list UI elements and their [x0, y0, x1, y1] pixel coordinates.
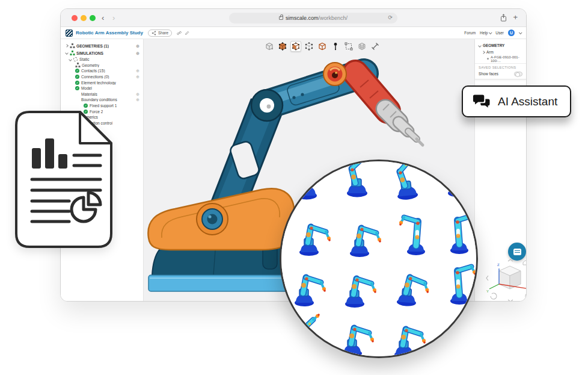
tree-item-model[interactable]: ✓ Model	[61, 85, 143, 91]
right-sidebar: GEOMETRY Arm A-FGE-0910-001-100-... SAVE…	[474, 39, 526, 301]
check-icon: ✓	[75, 86, 79, 90]
geometry-panel: GEOMETRY Arm A-FGE-0910-001-100-... SAVE…	[475, 39, 526, 79]
forum-link[interactable]: Forum	[464, 31, 476, 35]
chat-widget-icon	[513, 249, 521, 255]
minimize-window-button[interactable]	[81, 15, 87, 21]
tree-label: Element technology	[81, 81, 116, 85]
tree-label: Connections (0)	[81, 75, 109, 79]
tree-label: Geometry	[82, 63, 99, 67]
y-axis-label: Y	[486, 290, 489, 293]
user-chevron-icon[interactable]	[519, 31, 522, 34]
maximize-window-button[interactable]	[90, 15, 96, 21]
reload-icon[interactable]: ⟳	[388, 14, 393, 20]
arm-tree-item[interactable]: Arm	[475, 49, 526, 55]
geometry-header-label: GEOMETRY	[483, 43, 504, 48]
support-chat-button[interactable]	[508, 243, 526, 261]
add-icon[interactable]: ⊕	[136, 75, 139, 79]
add-icon[interactable]: ⊕	[136, 44, 139, 48]
chevron-right-icon[interactable]	[65, 44, 69, 48]
tree-label: SIMULATIONS	[76, 51, 103, 55]
tree-item-static[interactable]: Static	[61, 57, 143, 63]
z-axis-label: Z	[497, 263, 500, 267]
tree-label: Contacts (15)	[81, 69, 105, 73]
user-avatar[interactable]: U	[508, 29, 515, 36]
simulation-icon	[70, 51, 75, 55]
rotate-left-chevron	[486, 276, 488, 280]
project-title[interactable]: Robotic Arm Assembly Study	[76, 30, 143, 36]
app-header: Robotic Arm Assembly Study Share Forum H…	[61, 27, 526, 39]
tree-item-geometry[interactable]: Geometry	[61, 63, 143, 69]
report-document-illustration	[9, 107, 123, 254]
forward-icon[interactable]: ›	[112, 13, 115, 23]
tree-label: Boundary conditions	[81, 98, 117, 102]
view-cube-widget[interactable]: Z Y X	[486, 259, 526, 301]
back-icon[interactable]: ‹	[102, 13, 104, 23]
folded-corner	[80, 112, 111, 143]
simulation-results-magnifier	[280, 160, 478, 358]
arm-label: Arm	[486, 50, 494, 54]
part-tree-item[interactable]: A-FGE-0910-001-100-...	[475, 55, 526, 62]
check-icon: ✓	[75, 69, 79, 73]
chevron-down-icon[interactable]	[65, 51, 69, 55]
tree-item-simulations[interactable]: SIMULATIONS ⊕	[61, 49, 143, 57]
url-domain: simscale.com	[286, 15, 319, 21]
share-button[interactable]: Share	[148, 29, 172, 37]
url-bar[interactable]: simscale.com/workbench/ ⟳	[229, 13, 397, 23]
geometry-panel-header[interactable]: GEOMETRY	[475, 42, 526, 49]
rotate-down-chevron	[508, 300, 513, 301]
close-window-button[interactable]	[72, 15, 78, 21]
share-label: Share	[158, 31, 168, 35]
static-analysis-icon	[73, 57, 78, 61]
ai-assistant-label: AI Assistant	[498, 95, 557, 108]
tree-item-contacts[interactable]: ✓ Contacts (15) ⊕	[61, 68, 143, 74]
add-icon[interactable]: ⊕	[136, 98, 139, 102]
chevron-down-icon	[489, 31, 492, 34]
url-path: /workbench/	[318, 15, 348, 21]
chevron-down-icon[interactable]	[69, 58, 72, 61]
browser-chrome: ‹ › simscale.com/workbench/ ⟳ +	[61, 9, 526, 27]
home-view-icon	[523, 261, 526, 265]
share-icon	[152, 31, 156, 36]
lock-icon	[279, 16, 283, 20]
tree-label: Materials	[81, 92, 97, 96]
geometry-icon	[70, 43, 75, 48]
add-icon[interactable]: ⊕	[136, 69, 139, 73]
share-page-icon[interactable]	[500, 14, 507, 22]
chevron-right-icon[interactable]	[482, 51, 485, 54]
tree-label: Model	[81, 86, 92, 90]
show-faces-label: Show faces	[479, 72, 498, 76]
tree-item-boundary-conditions[interactable]: Boundary conditions ⊕	[61, 97, 143, 103]
show-faces-toggle[interactable]	[514, 72, 522, 76]
rotate-up-chevron	[508, 259, 513, 261]
show-faces-row: Show faces	[475, 70, 526, 77]
geometry-icon	[75, 63, 80, 67]
heatmap-robots-grid	[281, 161, 478, 358]
spacer	[75, 93, 78, 95]
tree-item-geometries[interactable]: GEOMETRIES (1) ⊕	[61, 42, 143, 49]
tree-item-connections[interactable]: ✓ Connections (0) ⊕	[61, 74, 143, 80]
user-menu[interactable]: User	[495, 31, 504, 35]
add-icon[interactable]: ⊕	[136, 51, 139, 55]
tree-label: Static	[79, 57, 90, 61]
tree-item-element-technology[interactable]: ✓ Element technology	[61, 79, 143, 85]
document-icon	[9, 107, 123, 252]
bullet-icon	[487, 58, 489, 60]
part-label: A-FGE-0910-001-100-...	[491, 55, 522, 63]
new-tab-icon[interactable]: +	[513, 13, 518, 22]
page: { "browser": { "url_domain": "simscale.c…	[0, 0, 588, 375]
check-icon: ✓	[75, 81, 79, 85]
add-icon[interactable]: ⊕	[136, 92, 139, 96]
chevron-down-icon[interactable]	[478, 44, 482, 48]
ai-assistant-button[interactable]: AI Assistant	[462, 85, 571, 117]
rotate-ccw-icon	[491, 293, 497, 299]
tree-item-materials[interactable]: Materials ⊕	[61, 91, 143, 98]
chat-bubbles-icon	[473, 94, 491, 110]
check-icon: ✓	[75, 75, 79, 79]
help-menu[interactable]: Help	[480, 31, 491, 35]
saved-selections-header: SAVED SELECTIONS	[475, 63, 526, 70]
edit-pencil-icon[interactable]	[185, 31, 189, 36]
link-icon[interactable]	[177, 31, 182, 36]
rotate-cw-icon	[525, 293, 526, 299]
tree-label: GEOMETRIES (1)	[76, 44, 109, 48]
simscale-logo[interactable]	[66, 29, 73, 37]
